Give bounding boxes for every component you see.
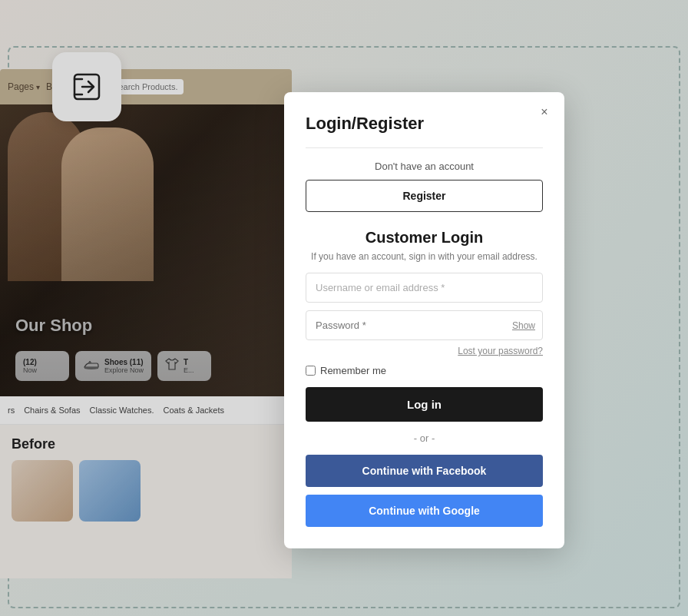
hero-area: Our Shop (12) Now bbox=[0, 104, 292, 396]
show-password-button[interactable]: Show bbox=[512, 320, 535, 331]
nav-pages: Pages ▾ bbox=[8, 81, 40, 92]
remember-label: Remember me bbox=[320, 365, 386, 376]
website-background: Pages ▾ Blog ories ▾ Our Shop (12) Now bbox=[0, 69, 292, 614]
hero-overlay bbox=[0, 120, 292, 396]
customer-login-sub: If you have an account, sign in with you… bbox=[306, 251, 543, 262]
chevron-pages: ▾ bbox=[36, 83, 40, 91]
customer-login-title: Customer Login bbox=[306, 229, 543, 247]
login-button[interactable]: Log in bbox=[306, 387, 543, 422]
login-arrow-icon bbox=[71, 71, 102, 102]
remember-checkbox[interactable] bbox=[306, 366, 316, 376]
cat-watches: Classic Watches. bbox=[90, 406, 154, 415]
remember-row: Remember me bbox=[306, 365, 543, 376]
password-row: Show bbox=[306, 310, 543, 340]
register-button[interactable]: Register bbox=[306, 180, 543, 212]
google-button[interactable]: Continue with Google bbox=[306, 495, 543, 527]
bottom-title: Before bbox=[12, 436, 280, 452]
hero-image: Our Shop (12) Now bbox=[0, 104, 292, 396]
lost-password-row: Lost your password? bbox=[306, 343, 543, 357]
login-widget-icon bbox=[52, 52, 121, 121]
close-button[interactable]: × bbox=[535, 103, 554, 121]
bottom-card-2 bbox=[79, 460, 141, 522]
cat-chairs: Chairs & Sofas bbox=[24, 406, 80, 415]
username-input[interactable] bbox=[306, 273, 543, 303]
bottom-card-1 bbox=[12, 460, 73, 522]
login-modal: × Login/Register Don't have an account R… bbox=[284, 92, 564, 548]
facebook-button[interactable]: Continue with Facebook bbox=[306, 455, 543, 487]
modal-title: Login/Register bbox=[306, 114, 543, 134]
modal-divider bbox=[306, 147, 543, 148]
lost-password-link[interactable]: Lost your password? bbox=[458, 346, 543, 356]
bottom-cards bbox=[12, 460, 280, 522]
or-divider: - or - bbox=[306, 432, 543, 444]
cat-rs: rs bbox=[8, 406, 15, 415]
nav-bar: Pages ▾ Blog ories ▾ bbox=[0, 69, 292, 104]
bottom-section: Before bbox=[0, 425, 292, 578]
no-account-text: Don't have an account bbox=[306, 161, 543, 172]
password-input[interactable] bbox=[306, 310, 543, 340]
categories-bar: rs Chairs & Sofas Classic Watches. Coats… bbox=[0, 396, 292, 425]
cat-coats: Coats & Jackets bbox=[164, 406, 224, 415]
